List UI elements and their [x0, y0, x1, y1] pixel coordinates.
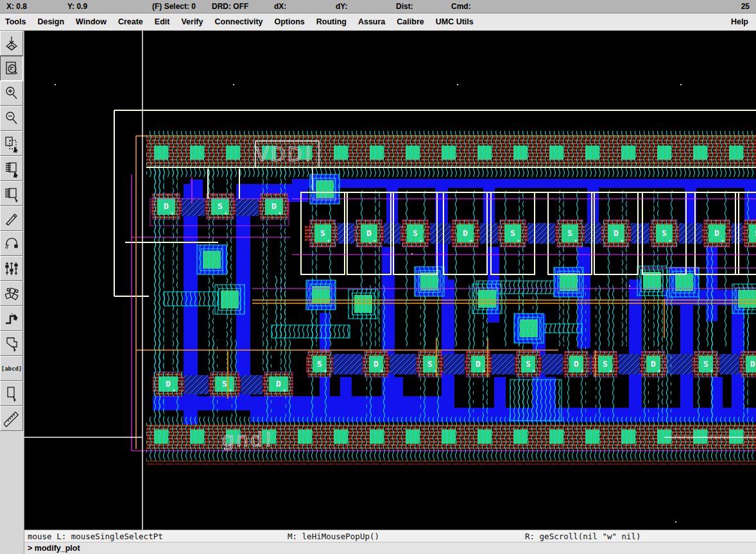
descend-icon [4, 35, 19, 53]
toolbar-button-move[interactable] [0, 181, 23, 206]
create-polygon-icon [4, 335, 19, 353]
toolbar-button-create-instance[interactable] [0, 281, 23, 306]
mouse-right-binding: R: geScroll(nil "w" nil) [525, 532, 756, 541]
svg-text:D: D [164, 201, 169, 211]
svg-text:D: D [374, 359, 379, 369]
svg-text:+: + [721, 238, 724, 244]
svg-text:+: + [434, 368, 437, 374]
svg-text:+: + [668, 238, 671, 244]
rotate-icon [4, 235, 19, 253]
menu-assura[interactable]: Assura [352, 17, 391, 26]
svg-text:S: S [427, 359, 433, 369]
window-number: 25 [741, 2, 750, 11]
menu-routing[interactable]: Routing [311, 17, 352, 26]
menu-bar: ToolsDesignWindowCreateEditVerifyConnect… [0, 13, 756, 31]
create-label-icon: [abcd] [1, 365, 22, 372]
coordinate-field-7: Cmd: [451, 2, 741, 11]
svg-text:D: D [463, 228, 468, 238]
toolbar-button-copy[interactable] [0, 131, 23, 156]
create-rectangle-icon [4, 385, 19, 403]
menu-umc-utils[interactable]: UMC Utils [430, 17, 479, 26]
menu-create[interactable]: Create [112, 17, 149, 26]
svg-text:+: + [580, 368, 583, 374]
create-instance-icon [4, 285, 19, 303]
toolbar-button-edit[interactable] [0, 206, 23, 231]
svg-text:+: + [224, 210, 227, 217]
coordinate-field-5: dY: [336, 2, 396, 11]
ruler-icon [4, 410, 19, 428]
menu-calibre[interactable]: Calibre [391, 17, 429, 26]
toolbar-button-rotate[interactable] [0, 231, 23, 256]
menu-design[interactable]: Design [31, 17, 70, 26]
toolbar-button-properties[interactable] [0, 256, 23, 281]
layout-canvas[interactable]: D+S+D+S+D+S+D+S+S+D+S+D+S+S+D+S+D+S+D+S+… [24, 31, 756, 530]
zoom-in-icon [4, 85, 19, 103]
coordinate-field-2: (F) Select: 0 [152, 2, 212, 11]
menu-help[interactable]: Help [723, 17, 756, 26]
menu-options[interactable]: Options [269, 17, 311, 26]
tool-palette: [abcd] [0, 31, 24, 554]
toolbar-button-zoom-fit[interactable] [0, 56, 23, 81]
coordinate-field-1: Y: 0.9 [67, 2, 152, 11]
svg-text:S: S [526, 359, 531, 369]
svg-text:+: + [419, 238, 422, 244]
mouse-left-binding: mouse L: mouseSingleSelectPt [24, 532, 288, 541]
coordinate-field-3: DRD: OFF [212, 2, 274, 11]
toolbar-button-create-polygon[interactable] [0, 331, 23, 356]
svg-text:+: + [278, 210, 281, 217]
svg-text:S: S [567, 228, 572, 238]
svg-text:S: S [603, 359, 608, 369]
coordinate-field-6: Dist: [396, 2, 451, 11]
copy-icon [4, 135, 19, 153]
svg-text:S: S [413, 228, 418, 238]
svg-text:S: S [662, 228, 667, 238]
svg-text:+: + [574, 238, 577, 244]
svg-text:S: S [320, 228, 325, 238]
svg-text:D: D [276, 379, 281, 389]
svg-text:D: D [366, 228, 372, 238]
svg-text:S: S [703, 359, 709, 369]
svg-text:D: D [476, 359, 481, 369]
svg-text:+: + [380, 368, 383, 374]
svg-text:D: D [271, 201, 277, 211]
menu-edit[interactable]: Edit [149, 17, 176, 26]
zoom-fit-icon [4, 60, 19, 78]
svg-text:+: + [620, 238, 623, 244]
coordinate-bar: X: 0.8Y: 0.9(F) Select: 0DRD: OFFdX:dY:D… [0, 0, 756, 13]
toolbar-button-create-rectangle[interactable] [0, 381, 23, 406]
prompt-text: > modify_plot [28, 544, 80, 553]
create-path-icon [4, 310, 19, 328]
svg-text:D: D [574, 359, 579, 369]
zoom-out-icon [4, 110, 19, 128]
svg-text:D: D [614, 228, 619, 238]
svg-text:S: S [510, 228, 515, 238]
menu-window[interactable]: Window [70, 17, 112, 26]
coordinate-field-4: dX: [274, 2, 336, 11]
menu-tools[interactable]: Tools [0, 17, 31, 26]
menu-verify[interactable]: Verify [175, 17, 209, 26]
svg-text:+: + [373, 238, 376, 244]
svg-text:+: + [282, 387, 286, 394]
svg-text:+: + [327, 238, 330, 244]
svg-text:+: + [172, 387, 175, 394]
command-prompt[interactable]: > modify_plot [24, 542, 756, 554]
toolbar-button-create-path[interactable] [0, 306, 23, 331]
toolbar-button-stretch[interactable] [0, 156, 23, 181]
move-icon [4, 185, 19, 203]
toolbar-button-zoom-out[interactable] [0, 106, 23, 131]
toolbar-button-create-label[interactable]: [abcd] [0, 356, 23, 381]
svg-text:+: + [228, 387, 232, 394]
svg-text:S: S [222, 379, 227, 389]
toolbar-button-descend[interactable] [0, 31, 23, 56]
menu-connectivity[interactable]: Connectivity [209, 17, 268, 26]
svg-text:D: D [651, 359, 656, 369]
stretch-icon [4, 160, 19, 178]
properties-icon [4, 260, 19, 278]
svg-text:+: + [657, 368, 660, 374]
toolbar-button-ruler[interactable] [0, 406, 23, 431]
svg-text:+: + [532, 368, 535, 374]
toolbar-button-zoom-in[interactable] [0, 81, 23, 106]
svg-text:VDD!: VDD! [255, 143, 314, 165]
svg-text:+: + [482, 368, 485, 374]
svg-text:+: + [323, 368, 327, 374]
